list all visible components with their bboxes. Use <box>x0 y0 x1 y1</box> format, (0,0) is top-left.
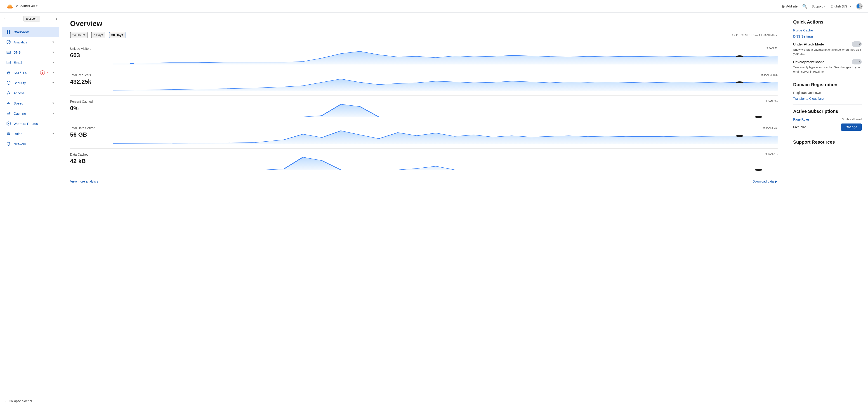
search-icon[interactable]: 🔍 <box>802 4 807 9</box>
sidebar-item-rules[interactable]: Rules ▼ <box>2 129 59 139</box>
time-24h-button[interactable]: 24 Hours <box>70 32 88 38</box>
add-site-label: Add site <box>786 4 798 8</box>
sidebar-item-ssl-tls[interactable]: SSL/TLS 1 ← ▼ <box>2 68 59 78</box>
download-data-link[interactable]: Download data ▶ <box>753 180 778 183</box>
person-icon: 👤 <box>856 4 861 8</box>
time-30d-button[interactable]: 30 Days <box>109 32 125 38</box>
chart-value: 56 GB <box>70 131 106 138</box>
domain-expand-icon[interactable]: › <box>56 17 57 21</box>
access-label: Access <box>13 91 24 95</box>
domain-bar: ← test.com › <box>0 13 61 25</box>
svg-rect-9 <box>7 53 10 54</box>
sidebar-item-network[interactable]: Network <box>2 139 59 149</box>
purge-cache-link[interactable]: Purge Cache <box>793 28 862 32</box>
svg-point-32 <box>755 116 763 118</box>
sidebar-item-security[interactable]: Security ▼ <box>2 78 59 88</box>
back-button[interactable]: ← <box>4 17 7 21</box>
page-rules-link[interactable]: Page Rules <box>793 118 809 121</box>
chevron-down-icon: ▼ <box>52 81 55 84</box>
speed-icon <box>6 101 11 106</box>
svg-point-16 <box>9 112 10 113</box>
sidebar-item-dns[interactable]: DNS ▼ <box>2 47 59 57</box>
chevron-down-icon: ▼ <box>52 61 55 64</box>
sidebar-item-workers-routes[interactable]: Workers Routes <box>2 118 59 128</box>
cloudflare-logo-icon <box>5 3 14 9</box>
chart-annotation: 9 JAN 0% <box>766 100 778 103</box>
svg-rect-11 <box>7 72 10 74</box>
dns-settings-link[interactable]: DNS Settings <box>793 34 862 38</box>
ssl-arrow-icon: ← <box>46 70 50 75</box>
sidebar-item-overview[interactable]: Overview <box>2 27 59 37</box>
plus-icon: ⊕ <box>781 4 785 9</box>
svg-point-12 <box>8 92 9 93</box>
svg-point-34 <box>755 169 763 171</box>
chart-svg <box>113 73 778 91</box>
support-resources-title: Support Resources <box>793 140 862 145</box>
svg-rect-3 <box>7 32 8 34</box>
sidebar-item-email[interactable]: Email ▼ <box>2 57 59 67</box>
chart-bottom-links: View more analytics Download data ▶ <box>70 175 778 183</box>
view-more-analytics-link[interactable]: View more analytics <box>70 180 98 183</box>
chart-value: 603 <box>70 52 106 59</box>
speed-label: Speed <box>13 101 23 105</box>
chart-svg <box>113 47 778 65</box>
divider <box>793 105 862 105</box>
support-dropdown[interactable]: Support ▼ <box>812 4 826 8</box>
sidebar-item-access[interactable]: Access <box>2 88 59 98</box>
chevron-down-icon: ▼ <box>52 112 55 115</box>
chart-total-data-served: 9 JAN 3 GB <box>113 126 778 144</box>
svg-point-6 <box>8 42 9 42</box>
add-site-button[interactable]: ⊕ Add site <box>781 4 798 9</box>
under-attack-toggle[interactable] <box>852 41 862 47</box>
domain-badge[interactable]: test.com <box>23 16 40 22</box>
plan-row: Free plan Change <box>793 123 862 131</box>
time-selector: 24 Hours 7 Days 30 Days 12 DECEMBER — 11… <box>70 32 778 38</box>
transfer-link[interactable]: Transfer to Cloudflare <box>793 97 824 100</box>
svg-point-19 <box>8 123 9 124</box>
domain-registration-title: Domain Registration <box>793 82 862 87</box>
logo: CLOUDFLARE <box>5 3 38 9</box>
sidebar-item-analytics[interactable]: Analytics ▼ <box>2 37 59 47</box>
access-icon <box>6 91 11 95</box>
avatar[interactable]: 👤 ▼ <box>856 3 863 9</box>
caching-label: Caching <box>13 112 26 115</box>
chart-annotation: 9 JAN 42 <box>767 47 778 50</box>
arrow-right-icon: ▶ <box>775 180 778 183</box>
svg-point-0 <box>8 4 12 7</box>
svg-rect-2 <box>9 30 10 32</box>
chart-row-total-data-served: Total Data Served 56 GB 9 JAN 3 GB <box>70 122 778 149</box>
sidebar-item-speed[interactable]: Speed ▼ <box>2 98 59 108</box>
change-plan-button[interactable]: Change <box>841 123 862 131</box>
collapse-label: Collapse sidebar <box>9 399 32 403</box>
overview-label: Overview <box>13 30 29 34</box>
main-layout: ← test.com › Overview A <box>0 13 868 406</box>
chart-value: 0% <box>70 105 106 112</box>
chevron-down-icon: ▼ <box>849 5 852 8</box>
chart-label: Total Data Served <box>70 126 106 130</box>
toggle-section: Under Attack Mode Show visitors a JavaSc… <box>793 41 862 74</box>
chart-percent-cached: 9 JAN 0% <box>113 100 778 118</box>
svg-rect-4 <box>9 32 10 34</box>
sidebar: ← test.com › Overview A <box>0 13 61 406</box>
svg-rect-10 <box>7 61 10 64</box>
chart-annotation: 9 JAN 18.83k <box>761 73 778 77</box>
time-7d-button[interactable]: 7 Days <box>91 32 105 38</box>
rules-label: Rules <box>13 132 22 136</box>
chevron-down-icon: ▼ <box>52 132 55 135</box>
sidebar-item-caching[interactable]: Caching ▼ <box>2 108 59 118</box>
email-label: Email <box>13 61 22 64</box>
workers-routes-label: Workers Routes <box>13 122 38 125</box>
svg-point-33 <box>736 135 743 137</box>
chart-value: 42 kB <box>70 158 106 165</box>
svg-point-17 <box>9 114 10 114</box>
chart-svg <box>113 126 778 144</box>
svg-rect-7 <box>7 51 10 52</box>
main-content: Overview 24 Hours 7 Days 30 Days 12 DECE… <box>61 13 786 406</box>
collapse-sidebar-button[interactable]: ‹ Collapse sidebar <box>0 396 61 406</box>
language-dropdown[interactable]: English (US) ▼ <box>831 4 852 8</box>
ssl-badge: 1 <box>40 70 45 75</box>
chevron-down-icon: ▼ <box>52 51 55 54</box>
chevron-down-icon: ▼ <box>824 5 826 8</box>
under-attack-label: Under Attack Mode <box>793 42 824 46</box>
dev-mode-toggle[interactable] <box>852 59 862 64</box>
